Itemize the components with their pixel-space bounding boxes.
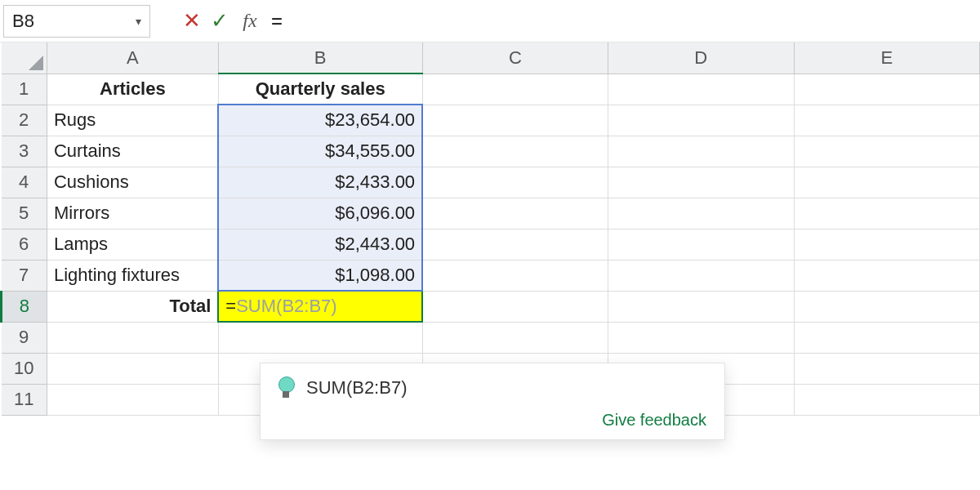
- cell-C9[interactable]: [422, 322, 608, 353]
- cell-C4[interactable]: [422, 167, 608, 198]
- spreadsheet-grid[interactable]: A B C D E 1 Articles Quarterly sales 2 R…: [0, 42, 980, 416]
- cell-E4[interactable]: [794, 167, 979, 198]
- name-box[interactable]: B8 ▾: [3, 5, 150, 38]
- cell-D2[interactable]: [608, 105, 794, 136]
- cell-C7[interactable]: [422, 260, 608, 291]
- cell-E2[interactable]: [794, 105, 979, 136]
- cell-C6[interactable]: [422, 229, 608, 260]
- chevron-down-icon[interactable]: ▾: [136, 15, 141, 28]
- cell-D7[interactable]: [608, 260, 794, 291]
- name-box-value: B8: [12, 11, 34, 32]
- row-header-7[interactable]: 7: [2, 260, 47, 291]
- cell-C3[interactable]: [422, 136, 608, 167]
- column-header-C[interactable]: C: [422, 42, 608, 74]
- fx-label[interactable]: fx: [234, 10, 266, 32]
- give-feedback-link[interactable]: Give feedback: [274, 404, 711, 433]
- cell-A8[interactable]: Total: [47, 291, 218, 322]
- cell-A7[interactable]: Lighting fixtures: [47, 260, 218, 291]
- cell-A10[interactable]: [47, 353, 218, 384]
- cell-B9[interactable]: [218, 322, 422, 353]
- cell-E5[interactable]: [794, 198, 979, 229]
- row-header-3[interactable]: 3: [2, 136, 47, 167]
- cell-E1[interactable]: [794, 74, 979, 105]
- check-icon: ✓: [211, 8, 229, 33]
- row-header-2[interactable]: 2: [2, 105, 47, 136]
- formula-suggestion-popup: SUM(B2:B7) Give feedback: [260, 363, 725, 440]
- cell-B7[interactable]: $1,098.00: [218, 260, 422, 291]
- formula-body: SUM(B2:B7): [236, 296, 336, 316]
- cell-E10[interactable]: [794, 353, 979, 384]
- column-header-B[interactable]: B: [218, 42, 422, 74]
- cell-A6[interactable]: Lamps: [47, 229, 218, 260]
- accept-button[interactable]: ✓: [206, 5, 234, 38]
- cell-A3[interactable]: Curtains: [47, 136, 218, 167]
- select-all-corner[interactable]: [2, 42, 47, 74]
- column-header-E[interactable]: E: [794, 42, 979, 74]
- cell-A4[interactable]: Cushions: [47, 167, 218, 198]
- column-header-D[interactable]: D: [608, 42, 794, 74]
- close-icon: ✕: [183, 8, 201, 33]
- formula-suggestion-item[interactable]: SUM(B2:B7): [274, 372, 711, 404]
- row-header-9[interactable]: 9: [2, 322, 47, 353]
- column-header-A[interactable]: A: [47, 42, 218, 74]
- formula-suggestion-text: SUM(B2:B7): [306, 377, 407, 399]
- cell-C2[interactable]: [422, 105, 608, 136]
- row-header-5[interactable]: 5: [2, 198, 47, 229]
- cell-C5[interactable]: [422, 198, 608, 229]
- cell-D4[interactable]: [608, 167, 794, 198]
- cell-A2[interactable]: Rugs: [47, 105, 218, 136]
- cell-C8[interactable]: [422, 291, 608, 322]
- cell-E3[interactable]: [794, 136, 979, 167]
- cell-C1[interactable]: [422, 74, 608, 105]
- cell-D5[interactable]: [608, 198, 794, 229]
- cancel-button[interactable]: ✕: [178, 5, 206, 38]
- row-header-4[interactable]: 4: [2, 167, 47, 198]
- cell-B8[interactable]: =SUM(B2:B7): [218, 291, 422, 322]
- formula-input[interactable]: [266, 5, 973, 38]
- cell-B5[interactable]: $6,096.00: [218, 198, 422, 229]
- cell-E6[interactable]: [794, 229, 979, 260]
- cell-A9[interactable]: [47, 322, 218, 353]
- cell-B1[interactable]: Quarterly sales: [218, 74, 422, 105]
- cell-A11[interactable]: [47, 384, 218, 415]
- cell-D1[interactable]: [608, 74, 794, 105]
- cell-B4[interactable]: $2,433.00: [218, 167, 422, 198]
- cell-B6[interactable]: $2,443.00: [218, 229, 422, 260]
- cell-A5[interactable]: Mirrors: [47, 198, 218, 229]
- cell-D9[interactable]: [608, 322, 794, 353]
- lightbulb-icon: [277, 376, 295, 399]
- cell-E8[interactable]: [794, 291, 979, 322]
- cell-B2[interactable]: $23,654.00: [218, 105, 422, 136]
- row-header-11[interactable]: 11: [2, 384, 47, 415]
- cell-E9[interactable]: [794, 322, 979, 353]
- cell-E7[interactable]: [794, 260, 979, 291]
- row-header-10[interactable]: 10: [2, 353, 47, 384]
- cell-D8[interactable]: [608, 291, 794, 322]
- formula-equals: =: [225, 296, 236, 316]
- row-header-8[interactable]: 8: [2, 291, 47, 322]
- row-header-1[interactable]: 1: [2, 74, 47, 105]
- cell-D3[interactable]: [608, 136, 794, 167]
- cell-A1[interactable]: Articles: [47, 74, 218, 105]
- formula-bar: B8 ▾ ✕ ✓ fx: [0, 0, 980, 42]
- cell-E11[interactable]: [794, 384, 979, 415]
- cell-B3[interactable]: $34,555.00: [218, 136, 422, 167]
- cell-D6[interactable]: [608, 229, 794, 260]
- row-header-6[interactable]: 6: [2, 229, 47, 260]
